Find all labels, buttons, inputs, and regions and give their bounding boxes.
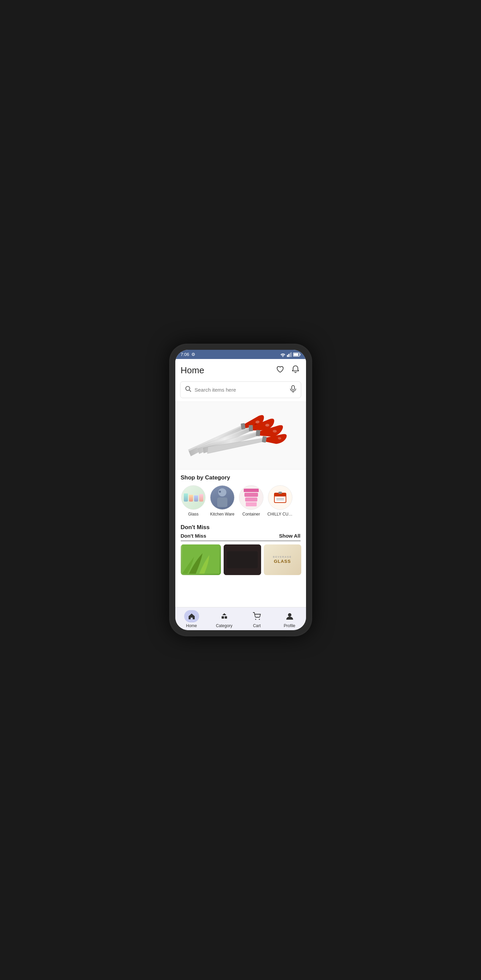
product-card-dark[interactable]	[224, 544, 261, 575]
dont-miss-subrow: Don't Miss Show All	[181, 531, 301, 541]
dont-miss-section: Don't Miss Don't Miss Show All	[175, 521, 306, 541]
dont-miss-subtitle: Don't Miss	[181, 533, 206, 539]
category-label-container: Container	[242, 512, 260, 517]
search-container	[175, 380, 306, 401]
svg-rect-6	[299, 353, 300, 355]
svg-rect-2	[290, 353, 291, 357]
nav-item-cart[interactable]: Cart	[240, 610, 273, 628]
profile-icon-wrap	[282, 610, 297, 622]
svg-point-23	[219, 491, 221, 493]
page-title: Home	[181, 365, 204, 375]
nav-label-category: Category	[216, 624, 233, 628]
search-bar[interactable]	[180, 382, 301, 398]
status-right	[280, 352, 301, 357]
svg-rect-22	[217, 498, 228, 507]
profile-icon	[286, 612, 293, 620]
shop-by-category-title: Shop by Category	[181, 474, 301, 481]
nav-item-profile[interactable]: Profile	[273, 610, 306, 628]
phone-screen: 7:06 ⚙	[175, 350, 306, 630]
nav-item-category[interactable]: Category	[208, 610, 240, 628]
search-input[interactable]	[195, 387, 287, 393]
home-icon	[188, 612, 196, 620]
notification-button[interactable]	[290, 364, 301, 377]
settings-icon: ⚙	[191, 352, 195, 357]
heart-icon	[276, 366, 284, 373]
app-header: Home	[175, 359, 306, 380]
status-bar: 7:06 ⚙	[175, 350, 306, 359]
show-all-button[interactable]: Show All	[279, 533, 301, 539]
category-item-kitchenware[interactable]: Kitchen Ware	[210, 485, 235, 517]
category-circle-glass	[181, 485, 205, 510]
app-content: Home	[175, 359, 306, 607]
shop-by-category-section: Shop by Category Glass	[175, 469, 306, 521]
beverage-glass-label: BEVERAGE GLASS	[273, 555, 292, 565]
cart-icon	[253, 612, 261, 620]
category-circle-container	[239, 485, 263, 510]
glass-art	[181, 491, 205, 504]
svg-point-7	[186, 387, 190, 391]
person-art	[210, 485, 234, 509]
chilly-art	[272, 489, 289, 506]
hero-banner	[175, 401, 306, 469]
svg-rect-0	[287, 355, 288, 357]
categories-row: Glass	[181, 485, 301, 519]
header-icons	[275, 364, 301, 377]
category-label-glass: Glass	[188, 512, 199, 517]
bottom-nav: Home Category	[175, 607, 306, 630]
home-icon-wrap	[184, 610, 199, 622]
category-item-container[interactable]: Container	[239, 485, 264, 517]
svg-rect-5	[293, 353, 298, 356]
svg-line-8	[189, 390, 191, 392]
container-art	[242, 487, 261, 508]
svg-rect-33	[225, 616, 227, 619]
category-circle-kitchenware	[210, 485, 234, 510]
nav-label-profile: Profile	[284, 624, 295, 628]
svg-rect-12	[240, 423, 245, 430]
wishlist-button[interactable]	[275, 364, 286, 376]
product-card-corn[interactable]	[181, 544, 221, 575]
svg-rect-32	[221, 616, 224, 619]
svg-rect-17	[256, 430, 260, 436]
nav-label-cart: Cart	[253, 624, 261, 628]
bell-icon	[292, 365, 299, 373]
nav-item-home[interactable]: Home	[175, 610, 208, 628]
search-icon	[185, 386, 191, 394]
category-icon	[220, 612, 228, 620]
svg-rect-28	[279, 492, 282, 494]
status-left: 7:06 ⚙	[181, 352, 195, 357]
svg-point-34	[255, 619, 256, 620]
phone-device: 7:06 ⚙	[169, 344, 312, 636]
nav-label-home: Home	[186, 624, 197, 628]
category-label-kitchenware: Kitchen Ware	[210, 512, 234, 517]
product-card-beverage[interactable]: BEVERAGE GLASS	[264, 544, 301, 575]
category-item-glass[interactable]: Glass	[181, 485, 206, 517]
knife-illustration	[175, 402, 306, 469]
signal-icon	[287, 352, 292, 357]
category-icon-wrap	[217, 610, 232, 622]
dont-miss-title: Don't Miss	[181, 524, 301, 531]
svg-rect-15	[248, 425, 253, 431]
category-label-chillycutter: CHILLY CUTTE	[268, 512, 293, 517]
svg-rect-1	[288, 354, 289, 357]
svg-rect-31	[227, 551, 258, 568]
mic-icon[interactable]	[290, 385, 296, 395]
products-row: BEVERAGE GLASS	[175, 541, 306, 579]
wifi-icon	[280, 352, 286, 357]
cart-icon-wrap	[250, 610, 264, 622]
category-item-chillycutter[interactable]: CHILLY CUTTE	[268, 485, 293, 517]
battery-icon	[293, 353, 301, 356]
category-circle-chillycutter	[268, 485, 292, 510]
svg-rect-9	[292, 385, 295, 390]
svg-point-36	[288, 613, 291, 617]
svg-point-35	[259, 619, 260, 620]
svg-rect-3	[291, 352, 292, 357]
status-time: 7:06	[181, 352, 189, 357]
